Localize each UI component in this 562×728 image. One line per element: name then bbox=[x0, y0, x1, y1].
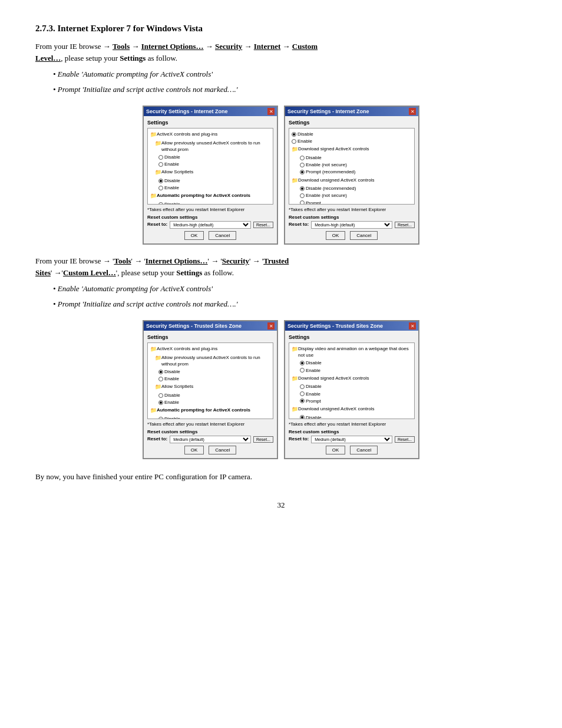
folder-icon-10: 📁 bbox=[150, 345, 157, 353]
bullet-1a: Enable 'Automatic prompting for ActiveX … bbox=[53, 68, 527, 80]
dialog-titlebar-4: Security Settings - Trusted Sites Zone ✕ bbox=[285, 321, 418, 331]
radio-enable-6[interactable] bbox=[300, 163, 305, 167]
radio-enable-7[interactable] bbox=[300, 193, 305, 198]
folder-icon-2: 📁 bbox=[155, 140, 161, 147]
item-allow-unused-3: Allow previously unused ActiveX controls… bbox=[161, 354, 270, 367]
ok-button-3[interactable]: OK bbox=[184, 446, 204, 454]
dialog-title-2: Security Settings - Internet Zone bbox=[287, 108, 369, 114]
reset-button-3[interactable]: Reset... bbox=[253, 436, 273, 443]
footer-text: By now, you have finished your entire PC… bbox=[35, 471, 527, 483]
folder-icon-16: 📁 bbox=[292, 375, 298, 383]
ok-button-2[interactable]: OK bbox=[326, 231, 346, 240]
radio-disable-13[interactable] bbox=[300, 361, 305, 365]
radio-prompt-2[interactable] bbox=[300, 200, 305, 205]
radio-enable-10[interactable] bbox=[158, 400, 163, 405]
page-number: 32 bbox=[35, 500, 527, 510]
radio-enable-2[interactable] bbox=[158, 186, 163, 190]
ok-button-1[interactable]: OK bbox=[184, 231, 204, 240]
dialog-body-3: Settings 📁 ActiveX controls and plug-ins… bbox=[144, 331, 277, 458]
dialog-titlebar-1: Security Settings - Internet Zone ✕ bbox=[144, 107, 277, 116]
dialog-buttons-2: OK Cancel bbox=[289, 231, 415, 240]
radio-disable-7[interactable] bbox=[300, 186, 305, 191]
radio-disable-6[interactable] bbox=[300, 156, 305, 160]
cancel-button-3[interactable]: Cancel bbox=[209, 446, 236, 454]
dialog-titlebar-2: Security Settings - Internet Zone ✕ bbox=[285, 107, 418, 116]
folder-icon-17: 📁 bbox=[292, 406, 298, 413]
radio-disable-5[interactable] bbox=[292, 132, 296, 137]
screenshots-row-1: Security Settings - Internet Zone ✕ Sett… bbox=[35, 106, 527, 245]
radio-disable-3[interactable] bbox=[158, 202, 163, 205]
item-download-unsigned-4: Download unsigned ActiveX controls bbox=[298, 406, 374, 412]
settings-label-3: Settings bbox=[147, 334, 273, 340]
dialog-close-3[interactable]: ✕ bbox=[267, 322, 275, 330]
reset-section-1: Reset custom settings Reset to: Medium-h… bbox=[147, 215, 273, 229]
item-download-unsigned: Download unsigned ActiveX controls bbox=[298, 177, 374, 183]
dialog-body-2: Settings Disable Enable 📁 Download signe… bbox=[285, 116, 418, 243]
dialog-trusted-zone-2: Security Settings - Trusted Sites Zone ✕… bbox=[284, 320, 419, 459]
dialog-close-2[interactable]: ✕ bbox=[409, 108, 416, 115]
radio-disable-15[interactable] bbox=[300, 415, 305, 419]
radio-disable-9[interactable] bbox=[158, 370, 163, 374]
screenshots-row-2: Security Settings - Trusted Sites Zone ✕… bbox=[35, 320, 527, 459]
dialog-title-1: Security Settings - Internet Zone bbox=[146, 108, 228, 114]
radio-enable-1[interactable] bbox=[158, 162, 163, 167]
bullet-1b: Prompt 'Initialize and script active con… bbox=[53, 84, 527, 95]
folder-icon-4: 📁 bbox=[150, 192, 157, 200]
reset-section-2: Reset custom settings Reset to: Medium-h… bbox=[289, 215, 415, 229]
reset-section-4: Reset custom settings Reset to: Medium (… bbox=[289, 429, 415, 443]
item-auto-prompt-3: Automatic prompting for ActiveX controls bbox=[157, 407, 250, 413]
dialog-trusted-zone-1: Security Settings - Trusted Sites Zone ✕… bbox=[143, 320, 278, 459]
radio-disable-1[interactable] bbox=[158, 155, 163, 160]
reset-custom-label-1: Reset custom settings bbox=[147, 215, 273, 220]
item-auto-prompt: Automatic prompting for ActiveX controls bbox=[157, 192, 250, 199]
radio-enable-5[interactable] bbox=[292, 139, 296, 144]
reset-select-3[interactable]: Medium (default) bbox=[170, 436, 251, 443]
reset-select-2[interactable]: Medium-high (default) bbox=[311, 221, 392, 229]
radio-disable-2[interactable] bbox=[158, 179, 163, 183]
radio-prompt-4[interactable] bbox=[300, 398, 305, 403]
reset-to-label-2: Reset to: bbox=[289, 222, 309, 227]
radio-disable-14[interactable] bbox=[300, 384, 305, 389]
reset-section-3: Reset custom settings Reset to: Medium (… bbox=[147, 429, 273, 443]
radio-enable-9[interactable] bbox=[158, 377, 163, 381]
bullet-2b: Prompt 'Initialize and script active con… bbox=[53, 298, 527, 310]
folder-icon-1: 📁 bbox=[150, 131, 157, 139]
item-allow-scripts-3: Allow Scriptlets bbox=[161, 383, 193, 390]
radio-disable-10[interactable] bbox=[158, 393, 163, 398]
folder-icon-3: 📁 bbox=[155, 169, 161, 176]
item-download-signed: Download signed ActiveX controls bbox=[298, 146, 369, 152]
cancel-button-2[interactable]: Cancel bbox=[350, 231, 378, 240]
item-download-signed-4: Download signed ActiveX controls bbox=[298, 375, 369, 381]
reset-select-4[interactable]: Medium (default) bbox=[311, 436, 392, 443]
scroll-area-4[interactable]: 📁 Display video and animation on a webpa… bbox=[289, 342, 415, 419]
cancel-button-1[interactable]: Cancel bbox=[209, 231, 236, 240]
scroll-area-3[interactable]: 📁 ActiveX controls and plug-ins 📁 Allow … bbox=[147, 342, 273, 419]
radio-disable-11[interactable] bbox=[158, 417, 163, 420]
dialog-close-4[interactable]: ✕ bbox=[409, 322, 416, 330]
reset-button-2[interactable]: Reset... bbox=[395, 222, 415, 228]
folder-icon-13: 📁 bbox=[150, 407, 157, 414]
item-activex-plugins-3: ActiveX controls and plug-ins bbox=[157, 345, 217, 352]
item-activex-plugins: ActiveX controls and plug-ins bbox=[157, 131, 217, 137]
dialog-close-1[interactable]: ✕ bbox=[267, 108, 275, 115]
scroll-area-1[interactable]: 📁 ActiveX controls and plug-ins 📁 Allow … bbox=[147, 128, 273, 205]
radio-enable-14[interactable] bbox=[300, 391, 305, 396]
reset-custom-label-2: Reset custom settings bbox=[289, 215, 415, 220]
dialog-internet-zone-2: Security Settings - Internet Zone ✕ Sett… bbox=[284, 106, 419, 245]
item-display-video: Display video and animation on a webpage… bbox=[298, 345, 412, 358]
instruction-1: From your IE browse → Tools → Internet O… bbox=[35, 41, 527, 64]
ok-button-4[interactable]: OK bbox=[326, 446, 346, 454]
dialog-body-4: Settings 📁 Display video and animation o… bbox=[285, 331, 418, 458]
reset-button-4[interactable]: Reset... bbox=[395, 436, 415, 443]
radio-prompt-1[interactable] bbox=[300, 170, 305, 174]
radio-enable-13[interactable] bbox=[300, 368, 305, 373]
dialog-buttons-4: OK Cancel bbox=[289, 446, 415, 454]
dialog-titlebar-3: Security Settings - Trusted Sites Zone ✕ bbox=[144, 321, 277, 331]
reset-select-1[interactable]: Medium-high (default) bbox=[170, 221, 251, 229]
folder-icon-11: 📁 bbox=[155, 354, 161, 362]
cancel-button-4[interactable]: Cancel bbox=[350, 446, 378, 454]
scroll-area-2[interactable]: Disable Enable 📁 Download signed ActiveX… bbox=[289, 128, 415, 205]
reset-to-label-1: Reset to: bbox=[147, 222, 167, 227]
reset-button-1[interactable]: Reset... bbox=[253, 222, 273, 228]
folder-icon-6: 📁 bbox=[292, 146, 298, 153]
